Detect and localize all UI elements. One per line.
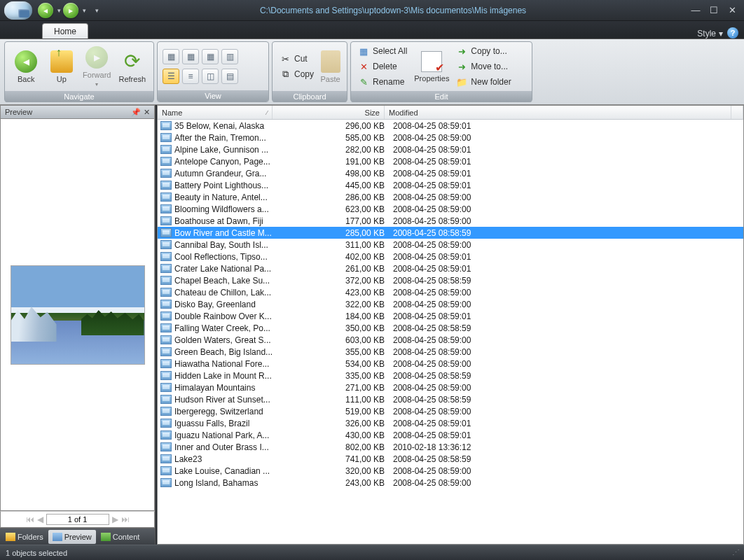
group-edit-label: Edit bbox=[351, 91, 532, 102]
folder-icon bbox=[6, 533, 15, 541]
file-modified: 2008-04-25 08:59:00 bbox=[389, 216, 743, 226]
file-row[interactable]: Himalayan Mountains271,00 KB2008-04-25 0… bbox=[158, 382, 743, 393]
column-name[interactable]: Name⁄ bbox=[158, 106, 273, 119]
view-large-icons[interactable]: ▦ bbox=[182, 49, 199, 64]
file-list[interactable]: 35 Below, Kenai, Alaska296,00 KB2008-04-… bbox=[158, 120, 743, 544]
file-modified: 2008-04-25 08:59:00 bbox=[389, 288, 743, 298]
file-row[interactable]: Long Island, Bahamas243,00 KB2008-04-25 … bbox=[158, 477, 743, 489]
view-list[interactable]: ≡ bbox=[182, 69, 199, 84]
maximize-button[interactable]: ☐ bbox=[706, 5, 722, 16]
file-row[interactable]: Hudson River at Sunset...111,00 KB2008-0… bbox=[158, 393, 743, 405]
pager-input[interactable] bbox=[46, 514, 109, 525]
image-file-icon bbox=[160, 216, 172, 225]
nav-back-dropdown[interactable]: ▾ bbox=[55, 5, 63, 16]
tab-home[interactable]: Home bbox=[42, 23, 88, 38]
preview-panel-title: Preview bbox=[5, 108, 32, 116]
view-small-icons[interactable]: ▥ bbox=[221, 49, 238, 64]
view-details[interactable]: ☰ bbox=[163, 69, 179, 84]
view-extra-large-icons[interactable]: ▦ bbox=[163, 49, 179, 64]
back-button[interactable]: ◂Back bbox=[9, 43, 43, 90]
delete-label: Delete bbox=[373, 62, 397, 71]
new-folder-button[interactable]: 📁New folder bbox=[453, 75, 514, 89]
view-medium-icons[interactable]: ▦ bbox=[202, 49, 219, 64]
nav-forward-small[interactable]: ▸ bbox=[63, 3, 78, 18]
file-row[interactable]: Cool Reflections, Tipso...402,00 KB2008-… bbox=[158, 251, 743, 262]
view-tiles[interactable]: ◫ bbox=[202, 69, 219, 84]
help-icon[interactable]: ? bbox=[727, 27, 738, 38]
app-icon[interactable] bbox=[4, 1, 32, 20]
copy-to-button[interactable]: ➜Copy to... bbox=[453, 44, 514, 58]
nav-forward-dropdown[interactable]: ▾ bbox=[80, 5, 88, 16]
minimize-button[interactable]: — bbox=[688, 5, 703, 16]
tab-preview[interactable]: Preview bbox=[48, 530, 96, 544]
file-row[interactable]: Iguazu National Park, A...430,00 KB2008-… bbox=[158, 429, 743, 441]
cut-button[interactable]: ✂Cut bbox=[277, 52, 317, 66]
rename-button[interactable]: ✎Rename bbox=[355, 75, 410, 89]
image-file-icon bbox=[160, 240, 172, 249]
copy-to-icon: ➜ bbox=[456, 46, 467, 57]
panel-close-icon[interactable]: ✕ bbox=[144, 108, 150, 117]
file-row[interactable]: Hidden Lake in Mount R...335,00 KB2008-0… bbox=[158, 370, 743, 382]
file-row[interactable]: 35 Below, Kenai, Alaska296,00 KB2008-04-… bbox=[158, 120, 743, 132]
properties-button[interactable]: ✔Properties bbox=[411, 43, 452, 90]
nav-back-small[interactable]: ◂ bbox=[38, 3, 53, 18]
group-clipboard-label: Clipboard bbox=[273, 91, 347, 102]
file-row[interactable]: Bow River and Castle M...285,00 KB2008-0… bbox=[158, 227, 743, 239]
image-file-icon bbox=[160, 169, 172, 178]
resize-grip-icon[interactable]: ⋰ bbox=[732, 548, 738, 557]
file-row[interactable]: Falling Water Creek, Po...350,00 KB2008-… bbox=[158, 322, 743, 334]
up-button[interactable]: Up bbox=[45, 43, 79, 90]
view-content[interactable]: ▤ bbox=[221, 69, 238, 84]
file-row[interactable]: Alpine Lake, Gunnison ...282,00 KB2008-0… bbox=[158, 144, 743, 155]
file-row[interactable]: Battery Point Lighthous...445,00 KB2008-… bbox=[158, 179, 743, 191]
file-name: Green Beach, Big Island... bbox=[174, 347, 277, 357]
file-row[interactable]: Iguassu Falls, Brazil326,00 KB2008-04-25… bbox=[158, 417, 743, 429]
file-row[interactable]: Chateau de Chillon, Lak...423,00 KB2008-… bbox=[158, 286, 743, 298]
column-modified[interactable]: Modified bbox=[385, 106, 731, 119]
image-file-icon bbox=[160, 407, 172, 416]
tab-folders[interactable]: Folders bbox=[1, 530, 48, 544]
preview-pager: ⏮ ◀ ▶ ⏭ bbox=[0, 511, 155, 528]
file-modified: 2008-04-25 08:59:00 bbox=[389, 204, 743, 214]
file-name: Cannibal Bay, South Isl... bbox=[174, 240, 277, 250]
file-row[interactable]: Boathouse at Dawn, Fiji177,00 KB2008-04-… bbox=[158, 215, 743, 227]
delete-button[interactable]: ✕Delete bbox=[355, 59, 410, 74]
content-icon bbox=[101, 533, 111, 541]
file-row[interactable]: Autumn Grandeur, Gra...498,00 KB2008-04-… bbox=[158, 167, 743, 179]
pin-icon[interactable]: 📌 bbox=[131, 108, 141, 117]
file-row[interactable]: Golden Waters, Great S...603,00 KB2008-0… bbox=[158, 334, 743, 346]
file-row[interactable]: Double Rainbow Over K...184,00 KB2008-04… bbox=[158, 310, 743, 322]
style-dropdown[interactable]: Style▾ bbox=[697, 29, 723, 38]
file-row[interactable]: Disko Bay, Greenland322,00 KB2008-04-25 … bbox=[158, 298, 743, 310]
select-all-button[interactable]: ▦Select All bbox=[355, 44, 410, 58]
file-row[interactable]: Chapel Beach, Lake Su...372,00 KB2008-04… bbox=[158, 274, 743, 286]
file-row[interactable]: Hiawatha National Fore...534,00 KB2008-0… bbox=[158, 358, 743, 370]
tab-content[interactable]: Content bbox=[97, 530, 144, 544]
file-row[interactable]: Crater Lake National Pa...261,00 KB2008-… bbox=[158, 262, 743, 274]
file-row[interactable]: Cannibal Bay, South Isl...311,00 KB2008-… bbox=[158, 239, 743, 251]
preview-icon bbox=[53, 533, 62, 541]
file-row[interactable]: Blooming Wildflowers a...623,00 KB2008-0… bbox=[158, 203, 743, 215]
move-to-icon: ➜ bbox=[456, 61, 467, 72]
file-size: 320,00 KB bbox=[277, 466, 389, 476]
image-file-icon bbox=[160, 192, 172, 202]
file-name: Disko Bay, Greenland bbox=[174, 300, 277, 309]
file-row[interactable]: Antelope Canyon, Page...191,00 KB2008-04… bbox=[158, 155, 743, 167]
image-file-icon bbox=[160, 252, 172, 261]
file-row[interactable]: Beauty in Nature, Antel...286,00 KB2008-… bbox=[158, 191, 743, 203]
column-size[interactable]: Size bbox=[273, 106, 385, 119]
close-button[interactable]: ✕ bbox=[724, 5, 740, 16]
delete-icon: ✕ bbox=[358, 61, 369, 72]
file-row[interactable]: After the Rain, Tremon...585,00 KB2008-0… bbox=[158, 132, 743, 144]
file-row[interactable]: Inner and Outer Brass I...802,00 KB2010-… bbox=[158, 441, 743, 453]
file-row[interactable]: Ibergeregg, Switzerland519,00 KB2008-04-… bbox=[158, 405, 743, 417]
file-row[interactable]: Lake Louise, Canadian ...320,00 KB2008-0… bbox=[158, 465, 743, 477]
refresh-button[interactable]: ⟳Refresh bbox=[116, 43, 150, 90]
toolbar-dropdown[interactable]: ▾ bbox=[92, 5, 101, 16]
file-list-pane: Name⁄ Size Modified 35 Below, Kenai, Ala… bbox=[157, 105, 744, 545]
file-row[interactable]: Lake23741,00 KB2008-04-25 08:58:59 bbox=[158, 453, 743, 465]
copy-button[interactable]: ⧉Copy bbox=[277, 67, 317, 81]
file-row[interactable]: Green Beach, Big Island...355,00 KB2008-… bbox=[158, 346, 743, 358]
move-to-button[interactable]: ➜Move to... bbox=[453, 59, 514, 74]
ribbon: ◂Back Up ▸Forward▾ ⟳Refresh Navigate ▦ ▦… bbox=[0, 39, 744, 105]
